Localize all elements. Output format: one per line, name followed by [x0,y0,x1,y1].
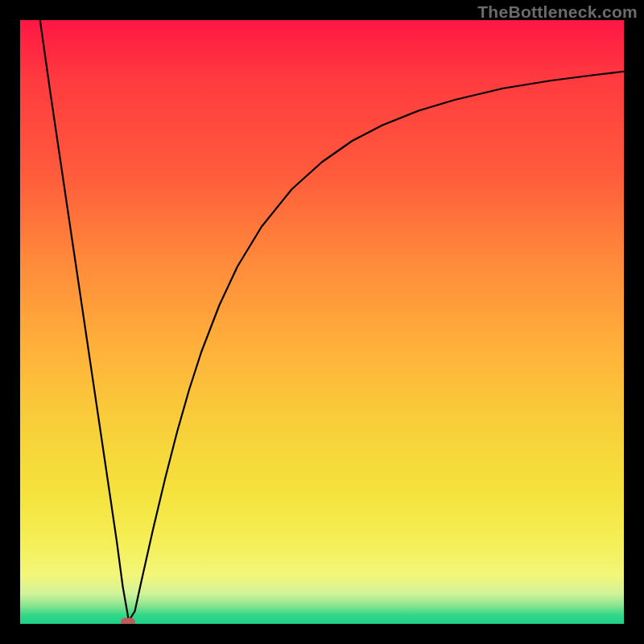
plot-area [20,20,624,624]
chart-frame: TheBottleneck.com [0,0,644,644]
curve-right-branch [129,72,624,621]
watermark-text: TheBottleneck.com [477,2,638,22]
optimum-marker [121,617,135,624]
curve-left-branch [40,20,129,621]
bottleneck-curve [20,20,624,624]
